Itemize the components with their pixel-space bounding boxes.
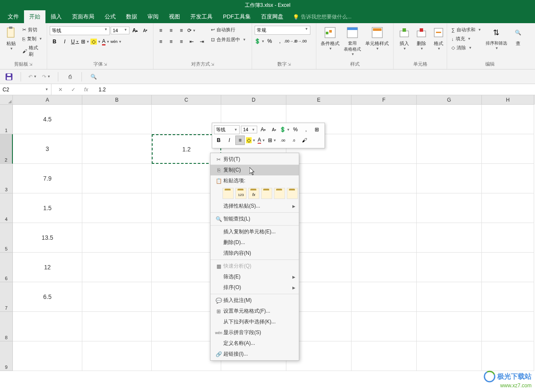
cell-B1[interactable]: [82, 105, 152, 134]
cell-H5[interactable]: [482, 223, 534, 253]
menu-paste-special[interactable]: 选择性粘贴(S)...▶: [210, 201, 299, 211]
tab-insert[interactable]: 插入: [45, 10, 67, 23]
mini-increase-font[interactable]: A▴: [258, 125, 268, 134]
font-name-combo[interactable]: 等线▼: [50, 26, 110, 35]
row-header-8[interactable]: 8: [0, 312, 13, 341]
paste-transpose[interactable]: [261, 188, 272, 199]
cell-B7[interactable]: [82, 282, 152, 312]
menu-define-name[interactable]: 定义名称(A)...: [210, 338, 299, 349]
mini-currency[interactable]: 💲▼: [280, 125, 289, 134]
cell-F9[interactable]: [352, 341, 417, 371]
cell-F1[interactable]: [352, 105, 417, 134]
mini-dec-decimal[interactable]: .0: [289, 136, 298, 145]
redo-button[interactable]: ↷▼: [42, 72, 51, 81]
align-right-button[interactable]: ≡: [177, 37, 186, 46]
cell-G1[interactable]: [417, 105, 482, 134]
fx-button[interactable]: fx: [81, 85, 91, 94]
mini-size-combo[interactable]: 14▼: [241, 126, 257, 133]
mini-fill-color[interactable]: ◇▼: [246, 136, 255, 145]
paste-button[interactable]: 粘贴 ▼: [3, 25, 20, 51]
menu-pick-dropdown[interactable]: 从下拉列表中选择(K)...: [210, 317, 299, 327]
expand-icon[interactable]: ⇲: [211, 62, 214, 66]
cell-A2[interactable]: 3: [13, 134, 82, 164]
menu-insert-copied[interactable]: 插入复制的单元格(E)...: [210, 226, 299, 237]
col-header-G[interactable]: G: [417, 95, 482, 105]
tab-data[interactable]: 数据: [121, 10, 142, 23]
menu-clear-contents[interactable]: 清除内容(N): [210, 248, 299, 259]
comma-button[interactable]: ,: [275, 36, 285, 46]
mini-format-painter[interactable]: 🖌: [300, 136, 309, 145]
font-size-combo[interactable]: 14▼: [111, 27, 129, 34]
cell-B5[interactable]: [82, 223, 152, 253]
row-header-7[interactable]: 7: [0, 282, 13, 312]
format-cells-button[interactable]: 格式▼: [430, 25, 447, 51]
table-format-button[interactable]: 套用 表格格式▼: [342, 25, 363, 57]
expand-icon[interactable]: ⇲: [29, 62, 33, 66]
cell-A9[interactable]: [13, 341, 82, 371]
cell-H2[interactable]: [482, 134, 534, 164]
merge-center-button[interactable]: ⊡合并后居中▼: [209, 36, 248, 44]
decrease-decimal-button[interactable]: .0→.00: [296, 36, 305, 46]
insert-cells-button[interactable]: 插入▼: [396, 25, 412, 51]
cut-button[interactable]: ✂剪切: [21, 26, 44, 34]
mini-align-center[interactable]: ≡: [235, 136, 245, 145]
col-header-B[interactable]: B: [82, 95, 152, 105]
col-header-H[interactable]: H: [482, 95, 534, 105]
format-painter-button[interactable]: 🖌格式刷: [21, 44, 44, 58]
increase-font-button[interactable]: A▴: [130, 26, 140, 35]
mini-format-table[interactable]: ⊞: [312, 125, 322, 134]
formula-input[interactable]: 1.2: [95, 87, 535, 93]
menu-insert-comment[interactable]: 💬插入批注(M): [210, 295, 299, 306]
paste-values[interactable]: 123: [235, 188, 246, 199]
cell-G9[interactable]: [417, 341, 482, 371]
col-header-F[interactable]: F: [352, 95, 417, 105]
menu-delete[interactable]: 删除(D)...: [210, 237, 299, 248]
cell-F7[interactable]: [352, 282, 417, 312]
col-header-A[interactable]: A: [13, 95, 82, 105]
tab-pdf[interactable]: PDF工具集: [218, 10, 256, 23]
copy-button[interactable]: ⎘复制▼: [21, 35, 44, 43]
autosum-button[interactable]: ∑自动求和▼: [450, 26, 483, 34]
align-middle-button[interactable]: ≡: [166, 26, 176, 35]
cell-H7[interactable]: [482, 282, 534, 312]
paste-formatting[interactable]: [274, 188, 285, 199]
wrap-text-button[interactable]: ↩自动换行: [209, 26, 248, 34]
tab-home[interactable]: 开始: [24, 10, 45, 23]
tab-formulas[interactable]: 公式: [99, 10, 121, 23]
cell-styles-button[interactable]: 单元格样式▼: [364, 25, 391, 51]
tab-baidu[interactable]: 百度网盘: [256, 10, 289, 23]
mini-percent[interactable]: %: [291, 125, 300, 134]
menu-hyperlink[interactable]: 🔗超链接(I)...: [210, 349, 299, 359]
menu-copy[interactable]: ⎘复制(C): [210, 165, 299, 175]
cell-A1[interactable]: 4.5: [13, 105, 82, 134]
row-header-6[interactable]: 6: [0, 253, 13, 282]
mini-bold[interactable]: B: [214, 136, 223, 145]
find-button[interactable]: 🔍 查: [510, 25, 527, 48]
row-header-2[interactable]: 2: [0, 134, 13, 164]
save-button[interactable]: [4, 72, 14, 81]
touch-button[interactable]: ⎙: [65, 72, 75, 81]
cell-F8[interactable]: [352, 312, 417, 341]
tab-developer[interactable]: 开发工具: [185, 10, 218, 23]
mini-decrease-font[interactable]: A▾: [269, 125, 279, 134]
cell-A4[interactable]: 1.5: [13, 193, 82, 223]
cell-H9[interactable]: [482, 341, 534, 371]
cell-F4[interactable]: [352, 193, 417, 223]
tab-layout[interactable]: 页面布局: [67, 10, 99, 23]
cell-G4[interactable]: [417, 193, 482, 223]
cell-F6[interactable]: [352, 253, 417, 282]
cell-G8[interactable]: [417, 312, 482, 341]
menu-cut[interactable]: ✂剪切(T): [210, 154, 299, 165]
row-header-3[interactable]: 3: [0, 164, 13, 193]
pinyin-button[interactable]: wén▼: [111, 37, 121, 46]
paste-link[interactable]: [287, 188, 298, 199]
mini-inc-decimal[interactable]: .00: [278, 136, 288, 145]
cell-A3[interactable]: 7.9: [13, 164, 82, 193]
cell-G5[interactable]: [417, 223, 482, 253]
row-header-4[interactable]: 4: [0, 193, 13, 223]
clear-button[interactable]: ◇清除▼: [450, 44, 483, 52]
mini-border[interactable]: ⊞▼: [268, 136, 277, 145]
col-header-C[interactable]: C: [152, 95, 221, 105]
tab-file[interactable]: 文件: [3, 10, 24, 23]
font-color-button[interactable]: A▼: [101, 37, 111, 46]
